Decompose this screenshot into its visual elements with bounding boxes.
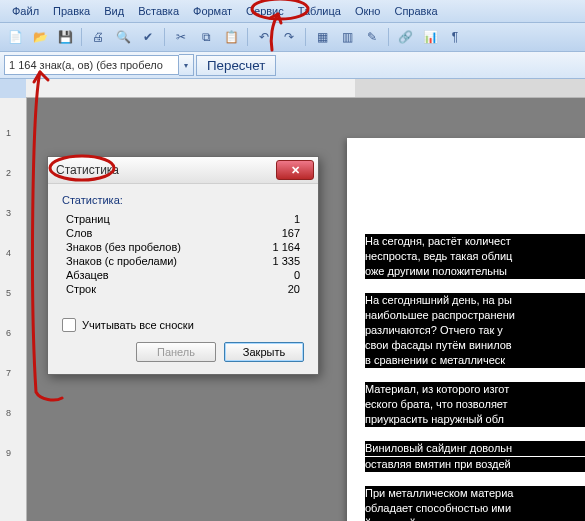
paragraph-1[interactable]: На сегодня, растёт количест неспроста, в… xyxy=(365,234,585,279)
paste-icon[interactable]: 📋 xyxy=(220,26,242,48)
close-button[interactable]: Закрыть xyxy=(224,342,304,362)
dialog-heading: Статистика: xyxy=(62,194,304,206)
footnotes-label: Учитывать все сноски xyxy=(82,319,194,331)
ruler-vertical[interactable]: 1 2 3 4 5 6 7 8 9 xyxy=(0,98,27,521)
separator xyxy=(81,28,82,46)
redo-icon[interactable]: ↷ xyxy=(278,26,300,48)
stat-row-lines: Строк20 xyxy=(62,282,304,296)
print-icon[interactable]: 🖨 xyxy=(87,26,109,48)
link-icon[interactable]: 🔗 xyxy=(394,26,416,48)
wordcount-dropdown[interactable]: ▾ xyxy=(179,54,194,76)
preview-icon[interactable]: 🔍 xyxy=(112,26,134,48)
separator xyxy=(305,28,306,46)
chart-icon[interactable]: 📊 xyxy=(419,26,441,48)
stat-row-paragraphs: Абзацев0 xyxy=(62,268,304,282)
footnotes-checkbox-row[interactable]: Учитывать все сноски xyxy=(62,318,304,332)
menu-format[interactable]: Формат xyxy=(187,3,238,19)
page: На сегодня, растёт количест неспроста, в… xyxy=(347,138,585,521)
ruler-horizontal[interactable] xyxy=(26,79,585,98)
new-doc-icon[interactable]: 📄 xyxy=(4,26,26,48)
separator xyxy=(247,28,248,46)
stat-row-words: Слов167 xyxy=(62,226,304,240)
menu-file[interactable]: Файл xyxy=(6,3,45,19)
statistics-dialog: Статистика ✕ Статистика: Страниц1 Слов16… xyxy=(47,156,319,375)
stat-row-pages: Страниц1 xyxy=(62,212,304,226)
paragraph-2[interactable]: На сегодняшний день, на ры наибольшее ра… xyxy=(365,293,585,368)
table-icon[interactable]: ▦ xyxy=(311,26,333,48)
dialog-title: Статистика xyxy=(56,163,276,177)
undo-icon[interactable]: ↶ xyxy=(253,26,275,48)
drawing-icon[interactable]: ✎ xyxy=(361,26,383,48)
separator xyxy=(164,28,165,46)
menu-insert[interactable]: Вставка xyxy=(132,3,185,19)
menu-edit[interactable]: Правка xyxy=(47,3,96,19)
menu-table[interactable]: Таблица xyxy=(292,3,347,19)
cut-icon[interactable]: ✂ xyxy=(170,26,192,48)
paragraph-icon[interactable]: ¶ xyxy=(444,26,466,48)
recalc-button[interactable]: Пересчет xyxy=(196,55,276,76)
dialog-titlebar[interactable]: Статистика ✕ xyxy=(48,157,318,184)
paragraph-5[interactable]: При металлическом материа обладает спосо… xyxy=(365,486,585,521)
copy-icon[interactable]: ⧉ xyxy=(195,26,217,48)
checkbox-icon[interactable] xyxy=(62,318,76,332)
wordcount-display[interactable]: 1 164 знак(а, ов) (без пробело xyxy=(4,55,179,75)
wordcount-bar: 1 164 знак(а, ов) (без пробело ▾ Пересче… xyxy=(0,52,585,79)
close-icon[interactable]: ✕ xyxy=(276,160,314,180)
menu-service[interactable]: Сервис xyxy=(240,3,290,19)
open-icon[interactable]: 📂 xyxy=(29,26,51,48)
spellcheck-icon[interactable]: ✔ xyxy=(137,26,159,48)
menubar: Файл Правка Вид Вставка Формат Сервис Та… xyxy=(0,0,585,23)
separator xyxy=(388,28,389,46)
toolbar: 📄 📂 💾 🖨 🔍 ✔ ✂ ⧉ 📋 ↶ ↷ ▦ ▥ ✎ 🔗 📊 ¶ xyxy=(0,23,585,52)
paragraph-4[interactable]: Виниловый сайдинг довольн оставляя вмяти… xyxy=(365,441,585,472)
menu-view[interactable]: Вид xyxy=(98,3,130,19)
menu-help[interactable]: Справка xyxy=(388,3,443,19)
stat-row-chars-nospace: Знаков (без пробелов)1 164 xyxy=(62,240,304,254)
columns-icon[interactable]: ▥ xyxy=(336,26,358,48)
menu-window[interactable]: Окно xyxy=(349,3,387,19)
word-app-window: Файл Правка Вид Вставка Формат Сервис Та… xyxy=(0,0,585,521)
panel-button: Панель xyxy=(136,342,216,362)
stat-row-chars-space: Знаков (с пробелами)1 335 xyxy=(62,254,304,268)
paragraph-3[interactable]: Материал, из которого изгот еского брата… xyxy=(365,382,585,427)
save-icon[interactable]: 💾 xyxy=(54,26,76,48)
